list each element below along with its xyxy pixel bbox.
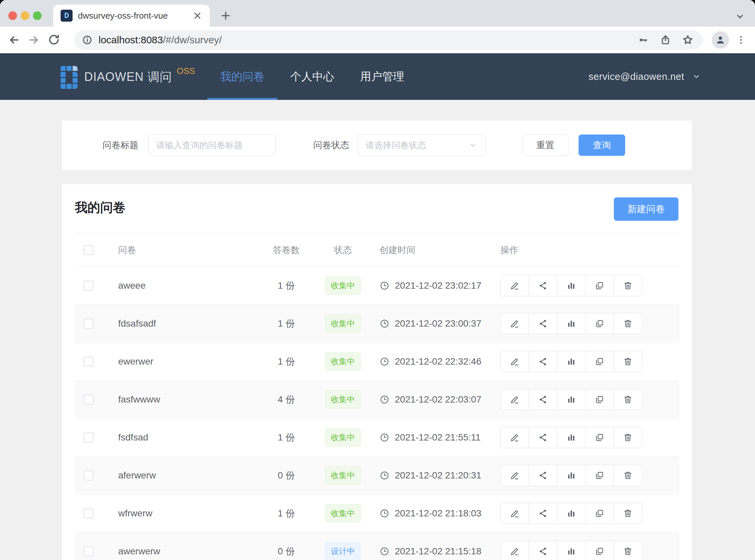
forward-icon[interactable]	[27, 33, 41, 47]
stats-button[interactable]	[557, 541, 586, 560]
edit-button[interactable]	[500, 503, 529, 524]
copy-icon	[595, 357, 605, 366]
trash-icon	[623, 281, 633, 291]
delete-button[interactable]	[613, 351, 642, 372]
chevron-down-icon	[691, 72, 701, 82]
select-all-checkbox[interactable]	[84, 245, 94, 255]
profile-avatar[interactable]	[712, 31, 729, 48]
share-button[interactable]	[529, 541, 557, 560]
back-icon[interactable]	[7, 33, 21, 47]
share-button[interactable]	[529, 275, 557, 296]
share-button[interactable]	[529, 313, 557, 334]
select-chevron-icon	[468, 140, 478, 150]
copy-button[interactable]	[585, 351, 614, 372]
row-checkbox[interactable]	[84, 508, 94, 518]
survey-status-select[interactable]: 请选择问卷状态	[358, 135, 485, 156]
row-checkbox[interactable]	[84, 319, 94, 328]
nav-item-my-surveys[interactable]: 我的问卷	[207, 53, 277, 100]
delete-button[interactable]	[613, 503, 642, 524]
edit-button[interactable]	[500, 427, 529, 448]
edit-button[interactable]	[500, 541, 529, 560]
delete-button[interactable]	[613, 313, 642, 334]
row-actions	[500, 465, 642, 486]
copy-button[interactable]	[585, 503, 614, 524]
row-checkbox[interactable]	[84, 546, 94, 556]
copy-icon	[595, 433, 605, 442]
share-button[interactable]	[529, 465, 557, 486]
edit-button[interactable]	[500, 351, 529, 372]
stats-button[interactable]	[557, 313, 586, 334]
close-window-button[interactable]	[8, 11, 17, 20]
stats-button[interactable]	[557, 389, 586, 410]
share-button[interactable]	[529, 389, 557, 410]
row-checkbox[interactable]	[84, 471, 94, 480]
row-checkbox[interactable]	[84, 433, 94, 442]
close-tab-icon[interactable]	[192, 11, 202, 21]
share-page-icon[interactable]	[660, 34, 671, 46]
zoom-window-button[interactable]	[33, 11, 42, 20]
delete-button[interactable]	[613, 427, 642, 448]
person-icon	[715, 34, 726, 46]
header-survey: 问卷	[118, 244, 136, 256]
row-checkbox[interactable]	[84, 357, 94, 366]
delete-button[interactable]	[613, 465, 642, 486]
share-button[interactable]	[529, 503, 557, 524]
stats-button[interactable]	[557, 465, 586, 486]
site-info-icon[interactable]	[82, 35, 93, 45]
row-checkbox[interactable]	[84, 281, 94, 291]
copy-button[interactable]	[585, 275, 614, 296]
copy-button[interactable]	[585, 313, 614, 334]
copy-button[interactable]	[585, 389, 614, 410]
header-created: 创建时间	[380, 244, 415, 256]
table-body: aweee 1 份 收集中 2021-12-02 23:02:17	[75, 267, 679, 560]
copy-button[interactable]	[585, 465, 614, 486]
browser-menu-icon[interactable]	[736, 35, 746, 45]
survey-title-input[interactable]: 请输入查询的问卷标题	[148, 135, 276, 156]
edit-button[interactable]	[500, 465, 529, 486]
stats-button[interactable]	[557, 351, 586, 372]
share-icon	[538, 508, 548, 518]
stats-button[interactable]	[557, 427, 586, 448]
copy-icon	[595, 471, 605, 480]
reload-icon[interactable]	[47, 33, 61, 47]
stats-button[interactable]	[557, 275, 586, 296]
address-bar[interactable]: localhost:8083/#/dw/survey/	[74, 30, 703, 49]
survey-name: ewerwer	[118, 356, 154, 367]
nav-item-user-management[interactable]: 用户管理	[347, 53, 417, 100]
survey-name: fasfwwww	[118, 394, 160, 405]
delete-button[interactable]	[613, 275, 642, 296]
bar-chart-icon	[566, 433, 576, 442]
trash-icon	[623, 357, 633, 366]
tab-title: dwsurvey-oss-front-vue	[78, 11, 192, 21]
url-text: localhost:8083/#/dw/survey/	[99, 34, 638, 46]
share-button[interactable]	[529, 351, 557, 372]
stats-button[interactable]	[557, 503, 586, 524]
nav-menu: 我的问卷 个人中心 用户管理	[207, 53, 417, 100]
clock-icon	[380, 508, 389, 518]
password-key-icon[interactable]	[638, 34, 649, 46]
trash-icon	[623, 319, 633, 328]
share-button[interactable]	[529, 427, 557, 448]
reset-button[interactable]: 重置	[522, 135, 569, 156]
delete-button[interactable]	[613, 541, 642, 560]
user-dropdown[interactable]: service@diaowen.net	[589, 53, 701, 100]
search-button[interactable]: 查询	[578, 135, 625, 156]
edit-button[interactable]	[500, 275, 529, 296]
survey-list-panel: 我的问卷 新建问卷 问卷 答卷数 状态 创建时间 操作 aweee 1 份 收集…	[62, 184, 692, 560]
new-survey-button[interactable]: 新建问卷	[614, 197, 678, 221]
nav-item-personal-center[interactable]: 个人中心	[277, 53, 347, 100]
new-tab-icon[interactable]	[220, 9, 232, 22]
copy-button[interactable]	[585, 427, 614, 448]
browser-tab[interactable]: D dwsurvey-oss-front-vue	[53, 5, 210, 27]
edit-button[interactable]	[500, 313, 529, 334]
tab-list-chevron-icon[interactable]	[734, 11, 746, 22]
answer-count: 1 份	[278, 507, 294, 520]
minimize-window-button[interactable]	[21, 11, 29, 20]
copy-button[interactable]	[585, 541, 614, 560]
delete-button[interactable]	[613, 389, 642, 410]
answer-count: 1 份	[278, 431, 294, 444]
bookmark-star-icon[interactable]	[682, 34, 694, 46]
row-checkbox[interactable]	[84, 395, 94, 404]
survey-name: fdsafsadf	[118, 318, 156, 329]
edit-button[interactable]	[500, 389, 529, 410]
